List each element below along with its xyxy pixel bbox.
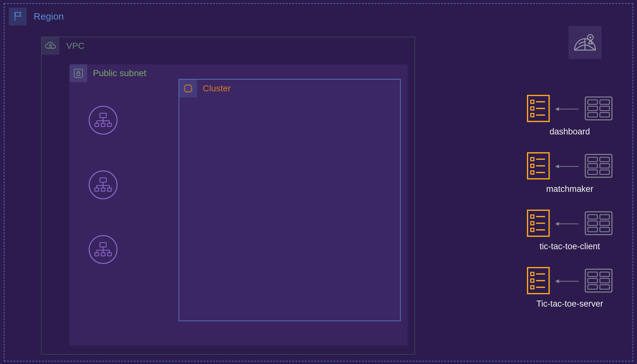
service-matchmaker: matchmaker	[527, 152, 613, 194]
svg-rect-59	[588, 100, 597, 104]
arrow-left-icon	[556, 281, 579, 282]
cluster-container: Cluster	[179, 79, 401, 321]
svg-rect-88	[600, 215, 609, 219]
svg-rect-87	[588, 215, 597, 219]
arrow-left-icon	[556, 109, 579, 109]
svg-point-50	[589, 36, 591, 38]
svg-rect-60	[600, 100, 609, 104]
task-list-icon	[527, 209, 550, 238]
svg-rect-96	[531, 279, 534, 282]
arrow-left-icon	[556, 166, 579, 167]
svg-rect-106	[600, 285, 609, 289]
svg-rect-82	[531, 222, 534, 225]
svg-rect-3	[77, 73, 80, 75]
svg-rect-103	[588, 278, 597, 283]
svg-rect-90	[600, 221, 609, 225]
service-label: dashboard	[549, 127, 590, 137]
svg-rect-73	[588, 157, 597, 162]
subnet-header: Public subnet	[69, 64, 146, 82]
svg-rect-13	[108, 123, 111, 127]
service-tic-tac-toe-client: tic-tac-toe-client	[527, 209, 613, 251]
svg-rect-31	[95, 253, 99, 256]
svg-rect-86	[585, 212, 612, 235]
svg-rect-101	[588, 272, 597, 276]
service-dashboard: dashboard	[527, 94, 613, 137]
svg-rect-89	[588, 221, 597, 225]
cluster-label: Cluster	[203, 83, 231, 94]
container-grid-icon	[584, 268, 613, 294]
region-flag-icon	[9, 8, 27, 25]
svg-rect-21	[95, 188, 99, 191]
region-container: Region VPC P	[4, 3, 633, 361]
region-label: Region	[34, 11, 64, 22]
subnet-label: Public subnet	[93, 68, 146, 78]
vpc-cloud-icon	[42, 37, 59, 55]
svg-rect-70	[531, 171, 534, 174]
svg-rect-100	[585, 269, 612, 292]
subnet-network-icons-group	[89, 106, 118, 265]
svg-rect-63	[588, 113, 597, 117]
task-list-icon	[527, 94, 550, 124]
svg-rect-94	[531, 272, 534, 276]
svg-rect-102	[600, 272, 609, 276]
svg-rect-52	[531, 100, 534, 103]
svg-rect-104	[600, 278, 609, 283]
container-grid-icon	[584, 211, 613, 237]
svg-rect-54	[531, 107, 534, 110]
svg-rect-11	[95, 123, 99, 127]
svg-rect-75	[588, 164, 597, 168]
svg-rect-66	[531, 158, 534, 161]
svg-rect-2	[74, 69, 82, 77]
svg-rect-23	[108, 188, 111, 191]
service-tic-tac-toe-server: Tic-tac-toe-server	[527, 267, 613, 309]
svg-rect-62	[600, 106, 609, 111]
network-hierarchy-icon	[89, 106, 118, 136]
svg-rect-84	[531, 228, 534, 231]
svg-rect-77	[588, 170, 597, 174]
svg-rect-61	[588, 106, 597, 111]
svg-rect-15	[100, 178, 106, 182]
svg-rect-92	[600, 227, 609, 232]
svg-rect-76	[600, 164, 609, 168]
svg-rect-1	[49, 45, 51, 47]
subnet-container: Public subnet	[69, 64, 408, 345]
subnet-lock-icon	[69, 64, 87, 82]
service-label: matchmaker	[546, 184, 594, 194]
svg-rect-91	[588, 227, 597, 232]
cluster-chip-icon	[179, 80, 197, 97]
svg-rect-72	[585, 154, 612, 177]
task-list-icon	[527, 152, 550, 181]
svg-rect-22	[101, 188, 105, 191]
svg-rect-68	[531, 164, 534, 167]
vpc-container: VPC Public subnet	[41, 37, 415, 354]
svg-rect-56	[531, 114, 534, 117]
svg-rect-12	[101, 123, 105, 127]
services-column: dashboard	[527, 94, 613, 309]
svg-rect-25	[100, 243, 106, 247]
vpc-label: VPC	[66, 41, 85, 51]
service-label: tic-tac-toe-client	[540, 242, 600, 251]
geolocation-map-icon	[568, 26, 601, 59]
network-hierarchy-icon	[89, 235, 118, 265]
container-grid-icon	[584, 153, 613, 179]
svg-rect-80	[531, 215, 534, 218]
svg-rect-34	[185, 85, 191, 92]
network-hierarchy-icon	[89, 170, 118, 201]
container-grid-icon	[584, 96, 613, 122]
vpc-header: VPC	[42, 37, 85, 55]
svg-rect-98	[531, 286, 534, 289]
cluster-header: Cluster	[179, 80, 231, 97]
svg-rect-64	[600, 113, 609, 117]
service-label: Tic-tac-toe-server	[536, 299, 603, 309]
region-header: Region	[9, 8, 64, 25]
svg-rect-33	[108, 253, 111, 256]
svg-rect-32	[101, 253, 105, 256]
svg-rect-5	[100, 113, 106, 118]
svg-rect-78	[600, 170, 609, 174]
arrow-left-icon	[556, 224, 579, 224]
svg-rect-74	[600, 157, 609, 162]
svg-rect-58	[585, 97, 612, 120]
svg-rect-105	[588, 285, 597, 289]
task-list-icon	[527, 267, 550, 296]
